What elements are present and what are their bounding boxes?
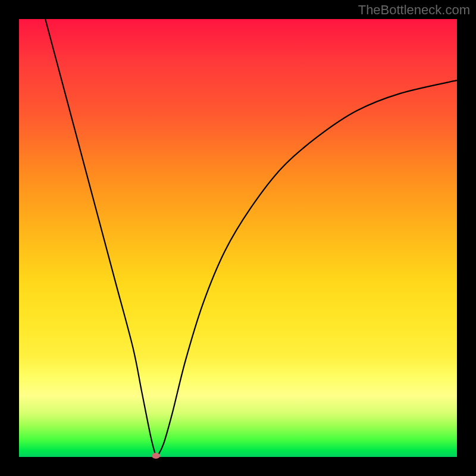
curve-right-branch [157, 80, 457, 457]
curve-left-branch [45, 19, 157, 457]
chart-curves [19, 19, 457, 457]
watermark-text: TheBottleneck.com [358, 2, 470, 18]
minimum-marker-dot [152, 453, 160, 459]
